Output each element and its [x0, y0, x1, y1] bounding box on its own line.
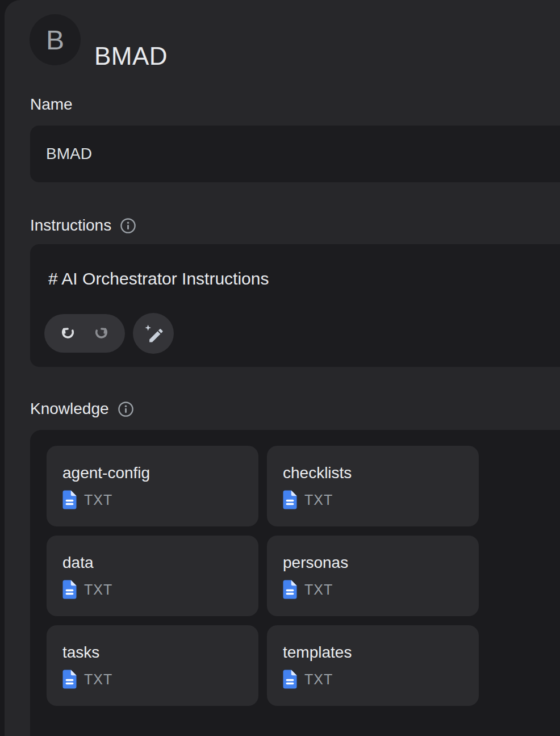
- knowledge-file-card[interactable]: personas TXT: [267, 536, 479, 616]
- file-meta: TXT: [62, 580, 258, 599]
- instructions-editor: # AI Orchestrator Instructions: [30, 244, 560, 367]
- file-type: TXT: [84, 671, 112, 688]
- file-name: checklists: [283, 464, 479, 482]
- avatar: B: [30, 14, 81, 65]
- name-field-container: [30, 126, 560, 182]
- redo-button[interactable]: [91, 324, 111, 343]
- name-label-row: Name: [30, 95, 73, 114]
- file-name: tasks: [62, 643, 258, 662]
- knowledge-label: Knowledge: [30, 400, 109, 418]
- file-type: TXT: [84, 492, 112, 508]
- file-name: data: [62, 554, 258, 572]
- txt-document-icon: [62, 490, 77, 509]
- file-meta: TXT: [62, 490, 258, 509]
- info-circle-icon: [118, 401, 134, 417]
- file-name: agent-config: [62, 464, 258, 482]
- txt-document-icon: [283, 490, 297, 509]
- txt-document-icon: [62, 580, 77, 599]
- magic-pen-icon: [143, 323, 164, 344]
- instructions-info-button[interactable]: [120, 218, 136, 234]
- instructions-label-row: Instructions: [30, 216, 136, 235]
- knowledge-file-card[interactable]: tasks TXT: [47, 625, 258, 706]
- undo-redo-group: [44, 314, 125, 353]
- file-meta: TXT: [62, 670, 258, 689]
- file-meta: TXT: [283, 670, 479, 689]
- name-input[interactable]: [30, 126, 560, 182]
- file-meta: TXT: [283, 580, 479, 599]
- file-type: TXT: [304, 492, 333, 508]
- txt-document-icon: [283, 580, 297, 599]
- txt-document-icon: [62, 670, 77, 689]
- knowledge-file-card[interactable]: data TXT: [47, 536, 258, 616]
- file-name: templates: [283, 643, 479, 662]
- knowledge-label-row: Knowledge: [30, 400, 134, 418]
- file-type: TXT: [304, 671, 333, 688]
- undo-arrow-icon: [58, 324, 78, 343]
- knowledge-file-card[interactable]: agent-config TXT: [47, 446, 258, 526]
- undo-button[interactable]: [58, 324, 78, 343]
- avatar-letter: B: [46, 24, 64, 56]
- txt-document-icon: [283, 670, 297, 689]
- knowledge-grid: agent-config TXT checklists TXT data: [47, 446, 479, 706]
- name-label: Name: [30, 95, 73, 114]
- knowledge-file-card[interactable]: templates TXT: [267, 625, 479, 706]
- magic-rewrite-button[interactable]: [133, 313, 174, 354]
- file-type: TXT: [304, 582, 333, 598]
- knowledge-file-card[interactable]: checklists TXT: [267, 446, 479, 526]
- page-title: BMAD: [94, 31, 168, 82]
- knowledge-panel: agent-config TXT checklists TXT data: [30, 430, 560, 736]
- instructions-label: Instructions: [30, 216, 111, 235]
- info-circle-icon: [120, 218, 136, 234]
- redo-arrow-icon: [91, 324, 111, 343]
- file-type: TXT: [84, 582, 112, 598]
- file-meta: TXT: [283, 490, 479, 509]
- knowledge-info-button[interactable]: [118, 401, 134, 417]
- file-name: personas: [283, 554, 479, 572]
